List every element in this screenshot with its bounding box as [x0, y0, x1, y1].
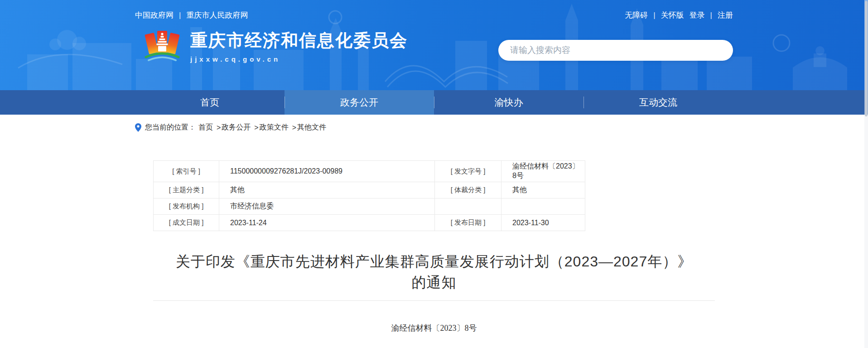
- link-login[interactable]: 登录: [690, 10, 705, 20]
- table-row: [ 发布机构 ] 市经济信息委: [154, 198, 585, 215]
- title-divider: [153, 300, 715, 301]
- top-utility-bar: 中国政府网 | 重庆市人民政府网 无障碍 | 关怀版 登录 | 注册: [135, 10, 733, 20]
- meta-value-written-date: 2023-11-24: [219, 215, 435, 231]
- topbar-separator: |: [179, 11, 181, 20]
- scrollbar-thumb[interactable]: [865, 1, 868, 116]
- breadcrumb: 您当前的位置： 首页 > 政务公开 > 政策文件 > 其他文件: [135, 115, 733, 132]
- link-register[interactable]: 注册: [718, 10, 733, 20]
- meta-label-genre-category: [ 体裁分类 ]: [435, 182, 502, 198]
- meta-value-topic-category: 其他: [219, 182, 435, 198]
- meta-label-doc-symbol: [ 发文字号 ]: [435, 161, 502, 182]
- nav-divider: [285, 97, 285, 108]
- nav-tab-home[interactable]: 首页: [135, 90, 285, 115]
- meta-value-publish-date: 2023-11-30: [502, 215, 585, 231]
- meta-label-index-number: [ 索引号 ]: [154, 161, 219, 182]
- vertical-scrollbar[interactable]: [864, 0, 868, 348]
- meta-label-empty: [435, 198, 502, 215]
- nav-tab-interaction[interactable]: 互动交流: [583, 90, 733, 115]
- table-row: [ 主题分类 ] 其他 [ 体裁分类 ] 其他: [154, 182, 585, 198]
- meta-value-index-number: 11500000009276281J/2023-00989: [219, 161, 435, 182]
- meta-label-publish-date: [ 发布日期 ]: [435, 215, 502, 231]
- document-number: 渝经信材料〔2023〕8号: [153, 323, 715, 334]
- breadcrumb-item-gov-affairs[interactable]: 政务公开: [222, 123, 251, 132]
- meta-value-empty: [502, 198, 585, 215]
- breadcrumb-item-policy-files[interactable]: 政策文件: [260, 123, 289, 132]
- meta-label-written-date: [ 成文日期 ]: [154, 215, 219, 231]
- link-cq-gov[interactable]: 重庆市人民政府网: [186, 10, 248, 20]
- site-banner: 中国政府网 | 重庆市人民政府网 无障碍 | 关怀版 登录 | 注册: [0, 0, 868, 90]
- meta-label-issuing-agency: [ 发布机构 ]: [154, 198, 219, 215]
- breadcrumb-label: 您当前的位置：: [145, 123, 196, 132]
- link-care-version[interactable]: 关怀版: [661, 10, 684, 20]
- nav-tab-yukuaiban[interactable]: 渝快办: [434, 90, 583, 115]
- nav-tab-gov-affairs[interactable]: 政务公开: [285, 90, 434, 115]
- site-title: 重庆市经济和信息化委员会: [190, 32, 408, 49]
- meta-label-topic-category: [ 主题分类 ]: [154, 182, 219, 198]
- link-accessibility[interactable]: 无障碍: [625, 10, 648, 20]
- document-content: [ 索引号 ] 11500000009276281J/2023-00989 [ …: [153, 160, 715, 334]
- main-navigation: 首页 政务公开 渝快办 互动交流: [0, 90, 868, 115]
- meta-value-doc-symbol: 渝经信材料〔2023〕8号: [502, 161, 585, 182]
- meta-value-issuing-agency: 市经济信息委: [219, 198, 435, 215]
- search-input[interactable]: [510, 45, 721, 55]
- breadcrumb-item-other-files[interactable]: 其他文件: [297, 123, 326, 132]
- link-china-gov[interactable]: 中国政府网: [135, 10, 174, 20]
- nav-divider: [434, 97, 434, 108]
- table-row: [ 索引号 ] 11500000009276281J/2023-00989 [ …: [154, 161, 585, 182]
- breadcrumb-separator: >: [254, 124, 258, 132]
- document-metadata-table: [ 索引号 ] 11500000009276281J/2023-00989 [ …: [153, 160, 585, 231]
- topbar-separator: |: [710, 11, 712, 20]
- meta-value-genre-category: 其他: [502, 182, 585, 198]
- site-url: jjxxw.cq.gov.cn: [190, 55, 408, 63]
- location-pin-icon: [135, 123, 141, 132]
- breadcrumb-separator: >: [217, 124, 221, 132]
- table-row: [ 成文日期 ] 2023-11-24 [ 发布日期 ] 2023-11-30: [154, 215, 585, 231]
- topbar-separator: |: [653, 11, 655, 20]
- search-box[interactable]: [498, 40, 733, 61]
- breadcrumb-separator: >: [292, 124, 296, 132]
- breadcrumb-item-home[interactable]: 首页: [198, 123, 213, 132]
- document-title: 关于印发《重庆市先进材料产业集群高质量发展行动计划（2023—2027年）》的通…: [171, 251, 697, 293]
- nav-divider: [583, 97, 584, 108]
- agency-logo-icon: [144, 27, 180, 64]
